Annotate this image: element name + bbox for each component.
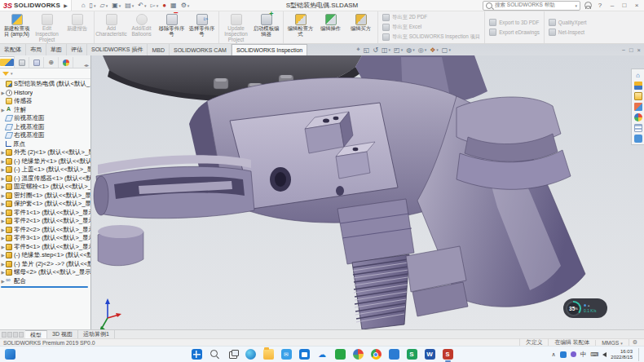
- tree-item[interactable]: ▶原点: [0, 140, 90, 149]
- tree-item[interactable]: ▶传感器: [0, 97, 90, 106]
- add-edit-balloons-button[interactable]: Add/Edit Balloons: [126, 13, 157, 38]
- section-view-icon[interactable]: ◫▾: [382, 46, 390, 54]
- tree-item[interactable]: ▶History: [0, 89, 90, 98]
- widgets-icon[interactable]: [5, 349, 15, 360]
- tab-sketch[interactable]: 草图: [46, 44, 67, 55]
- expand-arrow-icon[interactable]: ▶: [0, 193, 6, 198]
- export-excel-button[interactable]: 导出至 Excel: [382, 24, 480, 31]
- export-edrawings-button[interactable]: Export eDrawings: [489, 29, 540, 36]
- tree-item[interactable]: ▶(-) 上盖<1> (默认<<默认>_显示状: [0, 166, 90, 174]
- tab-layout[interactable]: 布局: [26, 44, 46, 55]
- login-icon[interactable]: [584, 2, 592, 9]
- file-explorer-icon[interactable]: [634, 92, 642, 100]
- doc-restore-icon[interactable]: □: [629, 46, 633, 54]
- select-icon[interactable]: ▻▾: [151, 2, 159, 9]
- taskbar-clock[interactable]: 16:03 2022/8/15: [611, 349, 633, 360]
- tab-addins[interactable]: SOLIDWORKS 插件: [87, 44, 148, 55]
- update-inspection-project-button[interactable]: Update Inspection Project: [221, 13, 251, 42]
- tree-item[interactable]: ▶保护套<1> (默认<<默认>_显示状: [0, 200, 90, 209]
- appearances-scenes-icon[interactable]: [634, 113, 642, 121]
- launch-template-editor-button[interactable]: 启动模板编辑器: [251, 13, 281, 38]
- doc-tab-model[interactable]: 模型: [25, 330, 47, 338]
- tray-security-icon[interactable]: [560, 351, 567, 358]
- taskbar-search-icon[interactable]: [210, 349, 220, 360]
- tree-item[interactable]: ▶(-) 绝缘垫.step<1> (默认<<默认>: [0, 251, 90, 260]
- tab-inspection[interactable]: SOLIDWORKS Inspection: [232, 44, 307, 55]
- task-view-icon[interactable]: [227, 349, 238, 360]
- expand-arrow-icon[interactable]: ▶: [0, 167, 6, 172]
- word-icon[interactable]: W: [425, 349, 435, 360]
- expand-arrow-icon[interactable]: ▶: [0, 262, 6, 267]
- previous-view-icon[interactable]: ↺: [373, 46, 378, 54]
- green-app-icon[interactable]: [335, 349, 346, 360]
- display-style-icon[interactable]: ◍▾: [406, 46, 415, 54]
- panel-tabs-overflow-icon[interactable]: ◂▸: [84, 62, 90, 68]
- tree-item[interactable]: ▶零件2<1> (默认<<默认>_显示状: [0, 217, 90, 226]
- print-icon[interactable]: ▤▾: [125, 2, 134, 9]
- zoom-fit-icon[interactable]: ⌖: [356, 46, 360, 54]
- status-options-icon[interactable]: ⚙: [629, 339, 641, 346]
- tree-item[interactable]: ▶固定螺栓<1> (默认<<默认>_显示: [0, 183, 90, 192]
- photos-icon[interactable]: [353, 349, 364, 360]
- graphics-viewport[interactable]: ⌂ 35% ▴ 0.1 K/s: [91, 55, 644, 329]
- scroll-prev-icon[interactable]: [7, 332, 12, 338]
- qualityxpert-button[interactable]: QualityXpert: [549, 19, 587, 26]
- tab-evaluate[interactable]: 评估: [67, 44, 87, 55]
- open-icon[interactable]: ▱▾: [100, 2, 108, 9]
- doc-tab-scroll-buttons[interactable]: [0, 330, 25, 338]
- restore-button[interactable]: □: [620, 2, 629, 9]
- file-explorer-taskbar-icon[interactable]: [263, 349, 274, 360]
- status-units-selector[interactable]: MMGS ▾: [595, 340, 629, 346]
- display-grid-icon[interactable]: ▦: [170, 2, 177, 9]
- tree-item[interactable]: ▶外壳 (2)<1> (默认<<默认>_显示状: [0, 148, 90, 157]
- expand-arrow-icon[interactable]: ▶: [0, 184, 6, 189]
- expand-arrow-icon[interactable]: ▶: [0, 245, 6, 249]
- model-geometry[interactable]: [94, 55, 585, 329]
- edit-operations-button[interactable]: 编辑操作: [315, 13, 346, 32]
- save-icon[interactable]: ▣▾: [112, 2, 121, 9]
- performance-overlay[interactable]: 35% ▴ 0.1 K/s: [563, 298, 607, 318]
- export-inspection-project-button[interactable]: 导出至 SOLIDWORKS Inspection 项目: [382, 33, 480, 41]
- view-settings-icon[interactable]: ▢▾: [442, 46, 451, 54]
- edit-inspection-methods-button[interactable]: 编辑检查方式: [285, 13, 315, 38]
- expand-arrow-icon[interactable]: ▶: [0, 201, 6, 206]
- search-dropdown-icon[interactable]: ▾: [575, 3, 577, 8]
- tree-item[interactable]: ▶零件2<2> (默认<<默认>_显示状: [0, 226, 90, 235]
- solidworks-logo[interactable]: 3S SOLIDWORKS ▶: [0, 0, 72, 11]
- expand-arrow-icon[interactable]: ▶: [0, 150, 6, 155]
- expand-arrow-icon[interactable]: ▶: [0, 227, 6, 232]
- remove-balloons-button[interactable]: 移除零件序号: [157, 13, 187, 38]
- tree-item[interactable]: ▶零件1<1> (默认<<默认>_显示状态: [0, 209, 90, 218]
- scroll-next-icon[interactable]: [13, 332, 18, 338]
- search-input[interactable]: 搜索 SOLIDWORKS 帮助 ▾: [483, 1, 580, 11]
- onedrive-icon[interactable]: ☁: [317, 349, 328, 360]
- expand-arrow-icon[interactable]: ▶: [0, 159, 6, 164]
- wps-icon[interactable]: S: [407, 349, 417, 360]
- tree-item[interactable]: ▶(-) 绝缘垫片<1> (默认<<默认>_显: [0, 157, 90, 166]
- view-palette-icon[interactable]: [634, 103, 642, 111]
- scroll-last-icon[interactable]: [19, 332, 24, 338]
- blue-app-icon[interactable]: [389, 349, 399, 360]
- doc-tab-3d-views[interactable]: 3D 视图: [47, 330, 78, 338]
- expand-arrow-icon[interactable]: ▶: [0, 176, 6, 181]
- new-report-button[interactable]: 新建报告: [62, 13, 92, 32]
- tree-item[interactable]: ▶(-) 垫片 (2)<2> ->? (默认<<默认>: [0, 260, 90, 269]
- visibility-icon[interactable]: ●: [162, 2, 166, 9]
- rollback-bar[interactable]: [1, 286, 88, 288]
- solidworks-resources-icon[interactable]: ⌂: [634, 71, 642, 79]
- help-button[interactable]: ?: [596, 2, 604, 9]
- edge-icon[interactable]: [245, 349, 256, 360]
- net-inspect-button[interactable]: Net-Inspect: [549, 29, 587, 36]
- zoom-area-icon[interactable]: ◱: [364, 46, 370, 54]
- export-3d-pdf-button[interactable]: Export to 3D PDF: [489, 19, 540, 26]
- add-characteristic-button[interactable]: Add Characteristic: [96, 13, 126, 38]
- start-button-icon[interactable]: [192, 349, 202, 360]
- expand-arrow-icon[interactable]: ▶: [0, 253, 6, 258]
- export-2d-pdf-button[interactable]: 导出至 2D PDF: [382, 14, 480, 21]
- select-balloons-button[interactable]: 选择零件序号: [187, 13, 217, 38]
- tree-root[interactable]: ▶ S型铠装热电偶 (默认<默认_显示状态-1>: [0, 80, 90, 89]
- tab-assembly[interactable]: 装配体: [0, 44, 26, 55]
- close-button[interactable]: ×: [633, 2, 641, 9]
- scroll-first-icon[interactable]: [2, 332, 7, 338]
- mail-icon[interactable]: ✉: [281, 349, 292, 360]
